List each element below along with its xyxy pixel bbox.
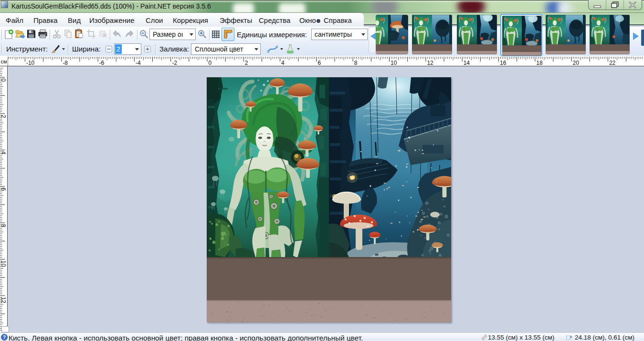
svg-text:0: 0 bbox=[0, 79, 7, 82]
svg-text:4: 4 bbox=[0, 151, 7, 155]
svg-text:22: 22 bbox=[609, 60, 616, 66]
svg-text:-6: -6 bbox=[99, 60, 105, 66]
svg-text:12: 12 bbox=[427, 60, 433, 66]
svg-text:10: 10 bbox=[391, 60, 397, 66]
svg-text:6: 6 bbox=[317, 60, 321, 66]
svg-text:20: 20 bbox=[573, 60, 580, 66]
svg-text:8: 8 bbox=[354, 60, 358, 66]
svg-text:-8: -8 bbox=[63, 60, 68, 66]
svg-text:-4: -4 bbox=[136, 60, 141, 66]
svg-text:18: 18 bbox=[536, 60, 543, 66]
svg-text:?: ? bbox=[3, 335, 6, 340]
svg-text:0: 0 bbox=[209, 60, 212, 66]
svg-text:14: 14 bbox=[464, 60, 470, 66]
svg-text:16: 16 bbox=[500, 60, 507, 66]
svg-text:см: см bbox=[1, 59, 7, 64]
svg-text:10: 10 bbox=[0, 260, 7, 267]
svg-text:-10: -10 bbox=[26, 60, 35, 66]
svg-text:8: 8 bbox=[0, 224, 7, 227]
svg-text:6: 6 bbox=[0, 187, 7, 191]
svg-text:-2: -2 bbox=[172, 60, 177, 66]
svg-text:4: 4 bbox=[281, 60, 285, 66]
svg-text:12: 12 bbox=[0, 297, 7, 303]
svg-text:2: 2 bbox=[0, 115, 7, 118]
svg-text:2: 2 bbox=[245, 60, 248, 66]
